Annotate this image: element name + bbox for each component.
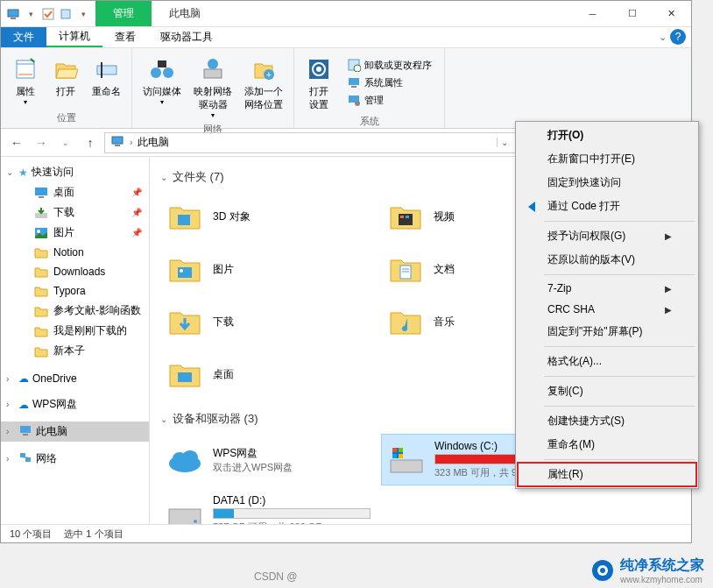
- folder-pictures[interactable]: 图片: [160, 244, 371, 294]
- ribbon-map-drive[interactable]: 映射网络 驱动器▾: [188, 53, 237, 121]
- folder-icon: [166, 355, 204, 393]
- ribbon-properties[interactable]: 属性▾: [6, 53, 45, 108]
- ctx-restore[interactable]: 还原以前的版本(V): [518, 248, 696, 272]
- svg-rect-51: [399, 448, 403, 452]
- svg-rect-19: [349, 78, 359, 85]
- ribbon-open[interactable]: 打开: [46, 53, 85, 100]
- forward-button: →: [31, 132, 52, 153]
- folder-3d-objects[interactable]: 3D 对象: [160, 192, 371, 241]
- ctx-crc[interactable]: CRC SHA▶: [518, 299, 696, 320]
- menu-file[interactable]: 文件: [1, 27, 46, 47]
- ribbon-group-network: 访问媒体▾ 映射网络 驱动器▾ +添加一个 网络位置 网络: [132, 48, 294, 128]
- svg-point-22: [355, 101, 360, 106]
- address-dropdown-icon[interactable]: ⌄: [497, 138, 508, 147]
- ribbon-rename[interactable]: 重命名: [87, 53, 126, 100]
- ctx-pin-quick[interactable]: 固定到快速访问: [518, 171, 696, 195]
- folder-icon: [166, 302, 204, 341]
- properties-icon[interactable]: [59, 7, 73, 21]
- ribbon-group-system: 打开 设置 卸载或更改程序 系统属性 管理 系统: [294, 48, 445, 128]
- chevron-right-icon: ▶: [665, 284, 672, 294]
- ctx-open[interactable]: 打开(O): [518, 124, 696, 147]
- ctx-pin-start[interactable]: 固定到"开始"屏幕(P): [518, 320, 696, 344]
- sidebar-onedrive[interactable]: ›☁OneDrive: [1, 370, 149, 387]
- brand-icon: [590, 558, 615, 583]
- svg-point-58: [600, 568, 605, 573]
- sidebar-just-downloaded[interactable]: 我是刚刚下载的: [1, 321, 149, 341]
- ribbon-add-location[interactable]: +添加一个 网络位置: [239, 53, 288, 113]
- sidebar-thispc[interactable]: ›此电脑: [1, 422, 149, 442]
- checkbox-icon[interactable]: [41, 7, 55, 21]
- tab-manage[interactable]: 管理: [95, 1, 152, 26]
- title-tabs: 管理 此电脑: [95, 1, 218, 26]
- help-icon[interactable]: ?: [670, 29, 686, 45]
- sidebar-downloads[interactable]: 下载📌: [1, 202, 149, 223]
- folder-icon: [34, 304, 48, 318]
- address-input[interactable]: › 此电脑 ⌄ ↻: [104, 132, 533, 153]
- back-button[interactable]: ←: [6, 132, 27, 153]
- titlebar: ▾ ▾ 管理 此电脑 ─ ☐ ✕: [1, 1, 691, 27]
- menubar: 文件 计算机 查看 驱动器工具 ⌄ ?: [1, 27, 691, 48]
- drive-wps[interactable]: WPS网盘双击进入WPS网盘: [160, 434, 371, 485]
- svg-rect-30: [20, 426, 31, 433]
- ctx-format[interactable]: 格式化(A)...: [518, 350, 696, 373]
- ribbon-manage[interactable]: 管理: [343, 92, 435, 108]
- maximize-button[interactable]: ☐: [612, 1, 652, 27]
- separator: [544, 346, 695, 347]
- ribbon-uninstall[interactable]: 卸载或更改程序: [343, 57, 435, 73]
- minimize-button[interactable]: ─: [573, 1, 612, 27]
- ctx-properties[interactable]: 属性(R): [518, 463, 696, 486]
- sidebar-desktop[interactable]: 桌面📌: [1, 182, 149, 202]
- ribbon-access-media[interactable]: 访问媒体▾: [138, 53, 187, 108]
- collapse-ribbon-icon[interactable]: ⌄: [659, 32, 667, 43]
- network-icon: [18, 451, 32, 466]
- ribbon-open-settings[interactable]: 打开 设置: [300, 53, 338, 113]
- svg-rect-35: [178, 215, 190, 225]
- sidebar-network[interactable]: ›网络: [1, 449, 149, 469]
- ctx-grant-access[interactable]: 授予访问权限(G)▶: [518, 224, 696, 248]
- menu-drive-tools[interactable]: 驱动器工具: [148, 27, 225, 47]
- ctx-open-code[interactable]: 通过 Code 打开: [518, 195, 696, 218]
- svg-point-18: [354, 65, 361, 72]
- selected-count: 选中 1 个项目: [64, 528, 123, 541]
- svg-rect-2: [43, 9, 53, 19]
- menu-computer[interactable]: 计算机: [46, 27, 102, 47]
- brand-logo: 纯净系统之家 www.kzmyhome.com: [590, 556, 704, 584]
- folder-icon: [34, 344, 48, 358]
- sidebar-typora[interactable]: Typora: [1, 281, 149, 301]
- sidebar-notion[interactable]: Notion: [1, 243, 149, 262]
- sidebar-new-notebook[interactable]: 新本子: [1, 341, 149, 361]
- ctx-new-window[interactable]: 在新窗口中打开(E): [518, 147, 696, 171]
- folder-icon: [166, 250, 204, 288]
- qat-more-icon[interactable]: ▾: [76, 7, 90, 21]
- svg-rect-26: [39, 196, 44, 198]
- separator: [544, 221, 695, 222]
- ctx-copy[interactable]: 复制(C): [518, 379, 696, 403]
- pc-icon: [6, 7, 20, 21]
- qat-dropdown-icon[interactable]: ▾: [24, 7, 38, 21]
- sidebar-references[interactable]: 参考文献-影响函数: [1, 301, 149, 321]
- sidebar-pictures[interactable]: 图片📌: [1, 223, 149, 243]
- ctx-7zip[interactable]: 7-Zip▶: [518, 278, 696, 299]
- svg-rect-37: [400, 216, 404, 218]
- address-text: 此电脑: [138, 135, 169, 150]
- sidebar-wps[interactable]: ›☁WPS网盘: [1, 394, 149, 414]
- svg-rect-38: [406, 216, 409, 218]
- svg-rect-36: [399, 214, 413, 225]
- close-button[interactable]: ✕: [652, 1, 691, 27]
- svg-rect-23: [112, 137, 123, 144]
- sidebar-quick-access[interactable]: ⌄★快速访问: [1, 162, 149, 182]
- drive-d[interactable]: DATA1 (D:)727 GB 可用，共 830 GB: [160, 489, 371, 524]
- ctx-rename[interactable]: 重命名(M): [518, 433, 696, 457]
- ctx-shortcut[interactable]: 创建快捷方式(S): [518, 409, 696, 433]
- svg-point-40: [180, 269, 183, 273]
- sidebar-downloads-folder[interactable]: Downloads: [1, 262, 149, 281]
- svg-rect-0: [8, 10, 18, 17]
- up-button[interactable]: ↑: [80, 132, 101, 153]
- svg-point-47: [182, 450, 198, 464]
- folder-downloads[interactable]: 下载: [160, 297, 371, 346]
- menu-view[interactable]: 查看: [102, 27, 148, 47]
- svg-rect-20: [351, 86, 356, 88]
- ribbon-system-properties[interactable]: 系统属性: [343, 74, 435, 90]
- recent-dropdown[interactable]: ⌄: [55, 132, 76, 153]
- folder-desktop[interactable]: 桌面: [160, 350, 371, 399]
